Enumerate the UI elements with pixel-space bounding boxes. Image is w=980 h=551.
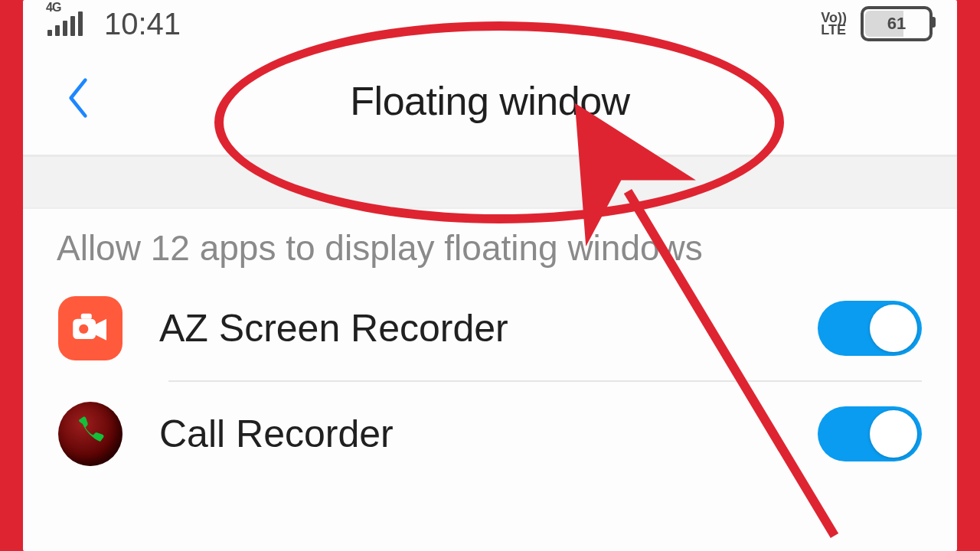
list-item-az-screen-recorder[interactable]: AZ Screen Recorder xyxy=(23,276,957,380)
svg-marker-1 xyxy=(96,319,106,341)
signal-icon: 4G xyxy=(47,11,83,36)
app-list: AZ Screen Recorder Call Recorder xyxy=(23,276,957,486)
section-label: Allow 12 apps to display floating window… xyxy=(23,209,957,276)
status-right-group: Vo)) LTE 61 xyxy=(821,6,933,41)
signal-gen-label: 4G xyxy=(46,1,60,15)
app-title: Call Recorder xyxy=(159,412,781,456)
status-left-group: 4G 10:41 xyxy=(47,7,181,41)
volte-icon: Vo)) LTE xyxy=(821,11,847,36)
volte-bottom: LTE xyxy=(821,22,846,37)
app-bar: Floating window xyxy=(23,47,957,157)
battery-icon: 61 xyxy=(861,6,933,41)
az-screen-recorder-toggle[interactable] xyxy=(818,301,922,356)
call-recorder-toggle[interactable] xyxy=(818,406,922,461)
svg-point-2 xyxy=(79,324,88,334)
status-clock: 10:41 xyxy=(104,7,181,41)
page-title: Floating window xyxy=(350,78,629,124)
battery-pct: 61 xyxy=(887,14,906,34)
az-screen-recorder-icon xyxy=(58,296,122,360)
app-title: AZ Screen Recorder xyxy=(159,306,781,350)
section-separator xyxy=(23,157,957,209)
list-item-call-recorder[interactable]: Call Recorder xyxy=(23,382,957,486)
back-button[interactable] xyxy=(54,69,103,133)
phone-frame: 4G 10:41 Vo)) LTE 61 Floating window xyxy=(23,0,957,551)
call-recorder-icon xyxy=(58,402,122,466)
svg-rect-3 xyxy=(81,314,92,319)
status-bar: 4G 10:41 Vo)) LTE 61 xyxy=(23,0,957,47)
